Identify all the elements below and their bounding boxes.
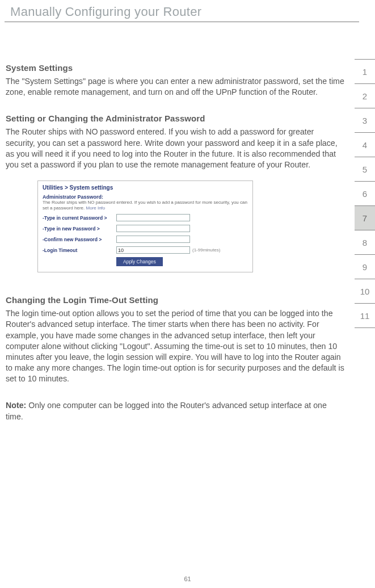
tab-1[interactable]: 1	[355, 59, 375, 84]
tab-5[interactable]: 5	[355, 157, 375, 182]
heading-admin-password: Setting or Changing the Administrator Pa…	[6, 114, 344, 123]
inset-row-timeout: -Login Timeout (1-99minutes)	[43, 246, 248, 254]
hint-login-timeout: (1-99minutes)	[192, 247, 220, 253]
page-title: Manually Configuring your Router	[5, 0, 359, 22]
tab-8[interactable]: 8	[355, 230, 375, 255]
inset-row-current: -Type in current Password >	[43, 214, 248, 221]
section-tabs: 1 2 3 4 5 6 7 8 9 10 11	[355, 59, 375, 327]
inset-row-new: -Type in new Password >	[43, 225, 248, 232]
tab-2[interactable]: 2	[355, 83, 375, 108]
apply-changes-button[interactable]: Apply Changes	[116, 257, 163, 266]
heading-login-timeout: Changing the Login Time-Out Setting	[6, 295, 344, 305]
text-login-timeout: The login time-out option allows you to …	[6, 308, 344, 384]
inset-more-info-link[interactable]: More Info	[86, 205, 105, 211]
inset-subhead: Administrator Password:	[43, 194, 248, 200]
note-text: Note: Only one computer can be logged in…	[6, 400, 344, 422]
input-login-timeout[interactable]	[116, 246, 190, 254]
tab-4[interactable]: 4	[355, 132, 375, 157]
note-body: Only one computer can be logged into the…	[6, 401, 327, 421]
label-new-password: -Type in new Password >	[43, 226, 116, 232]
label-current-password: -Type in current Password >	[43, 215, 116, 221]
input-new-password[interactable]	[116, 225, 190, 232]
label-login-timeout: -Login Timeout	[43, 247, 116, 253]
inset-desc-text: The Router ships with NO password entere…	[43, 200, 247, 211]
inset-breadcrumb: Utilities > System settings	[43, 184, 248, 191]
tab-6[interactable]: 6	[355, 181, 375, 206]
tab-11[interactable]: 11	[355, 303, 375, 328]
note-label: Note:	[6, 401, 26, 410]
tab-9[interactable]: 9	[355, 254, 375, 279]
text-admin-password: The Router ships with NO password entere…	[6, 127, 344, 170]
settings-screenshot: Utilities > System settings Administrato…	[37, 180, 253, 272]
inset-desc: The Router ships with NO password entere…	[43, 200, 248, 211]
input-current-password[interactable]	[116, 214, 190, 221]
tab-3[interactable]: 3	[355, 108, 375, 133]
inset-button-row: Apply Changes	[43, 257, 248, 266]
label-confirm-password: -Confirm new Password >	[43, 237, 116, 242]
page-number: 61	[0, 576, 375, 582]
text-system-settings: The "System Settings" page is where you …	[6, 76, 344, 98]
tab-7[interactable]: 7	[355, 205, 375, 230]
inset-row-confirm: -Confirm new Password >	[43, 236, 248, 243]
heading-system-settings: System Settings	[6, 63, 344, 73]
input-confirm-password[interactable]	[116, 236, 190, 243]
main-content: System Settings The "System Settings" pa…	[0, 22, 375, 422]
tab-10[interactable]: 10	[355, 279, 375, 304]
